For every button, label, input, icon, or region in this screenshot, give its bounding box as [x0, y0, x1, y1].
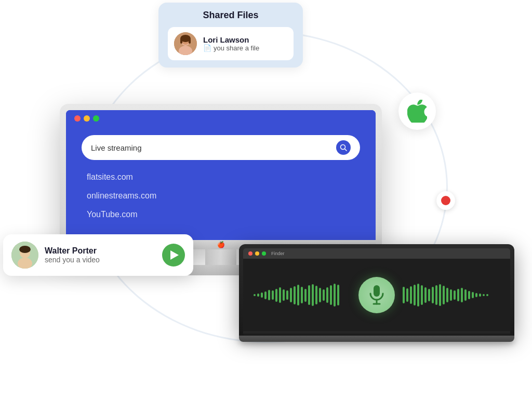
- lori-avatar: [174, 32, 197, 55]
- waveform-bar: [428, 289, 430, 301]
- window-dot-yellow[interactable]: [84, 115, 90, 122]
- search-query-text: Live streaming: [91, 143, 142, 152]
- waveform-bar: [319, 288, 321, 302]
- waveform-bar: [264, 291, 267, 299]
- svg-point-12: [19, 246, 31, 253]
- waveform-bar: [315, 286, 317, 304]
- macbook-laptop: Finder: [239, 244, 514, 342]
- mic-circle: [358, 277, 395, 313]
- waveform-bar: [464, 289, 467, 301]
- svg-rect-5: [180, 38, 182, 44]
- waveform-bar: [443, 286, 445, 304]
- browser-titlebar: [66, 110, 376, 125]
- record-dot-icon: [441, 196, 450, 205]
- waveform-bar: [414, 285, 416, 305]
- mic-icon: [368, 285, 385, 305]
- imac-apple-logo: 🍎: [217, 241, 225, 248]
- window-dot-red[interactable]: [74, 115, 81, 122]
- walter-info: Walter Porter send you a video: [45, 246, 156, 264]
- browser-content: Live streaming flatsites.com onlinestrea…: [66, 125, 376, 240]
- waveform-bar: [475, 293, 477, 297]
- waveform-bar: [326, 287, 328, 303]
- walter-name: Walter Porter: [45, 246, 156, 256]
- waveform-right: [403, 284, 500, 307]
- svg-line-8: [345, 149, 347, 151]
- waveform-bar: [461, 288, 463, 302]
- macbook-dot-green[interactable]: [262, 251, 266, 256]
- waveform-bar: [257, 294, 259, 297]
- waveform-bar: [275, 289, 277, 302]
- walter-avatar-image: [11, 242, 38, 269]
- macbook-screen-bottom: [243, 331, 510, 336]
- walter-action: send you a video: [45, 256, 156, 264]
- waveform-bar: [486, 294, 488, 296]
- waveform-bar: [323, 289, 325, 301]
- waveform-bar: [446, 288, 448, 302]
- window-dot-green[interactable]: [93, 115, 99, 122]
- macbook-titlebar: Finder: [243, 248, 510, 259]
- shared-files-card: Shared Files Lori Lawson 📄: [158, 3, 303, 68]
- waveform-bar: [472, 292, 474, 298]
- waveform-bar: [268, 290, 270, 300]
- waveform-bar: [297, 285, 299, 305]
- waveform-bar: [450, 289, 452, 301]
- search-bar[interactable]: Live streaming: [82, 135, 360, 160]
- avatar-image: [174, 32, 197, 55]
- record-badge: [436, 191, 455, 210]
- waveform-bar: [337, 285, 339, 305]
- waveform-bar: [272, 290, 274, 300]
- imac-screen-inner: Live streaming flatsites.com onlinestrea…: [66, 110, 376, 240]
- macbook-dot-red[interactable]: [248, 251, 252, 256]
- apple-badge: [398, 92, 436, 130]
- search-result-1[interactable]: flatsites.com: [87, 172, 360, 182]
- svg-point-11: [18, 258, 32, 269]
- shared-files-user-row: Lori Lawson 📄 you share a file: [168, 27, 294, 60]
- search-result-2[interactable]: onlinestreams.com: [87, 191, 360, 201]
- waveform-bar: [424, 287, 427, 303]
- waveform-bar: [468, 291, 470, 299]
- waveform-bar: [334, 284, 336, 307]
- imac-screen-outer: Live streaming flatsites.com onlinestrea…: [60, 104, 382, 249]
- waveform-bar: [254, 294, 256, 296]
- walter-avatar: [11, 242, 38, 269]
- svg-rect-6: [189, 38, 191, 44]
- imac-stand-neck: [205, 249, 236, 265]
- waveform-bar: [312, 284, 314, 306]
- waveform-bar: [454, 290, 456, 300]
- waveform-bar: [410, 286, 412, 304]
- waveform-left: [254, 284, 351, 307]
- waveform-bar: [479, 294, 481, 297]
- waveform-bar: [406, 288, 408, 302]
- waveform-bar: [457, 289, 459, 301]
- waveform-bar: [403, 287, 405, 303]
- waveform-bar: [330, 285, 332, 305]
- waveform-bar: [286, 290, 288, 300]
- search-results-list: flatsites.com onlinestreams.com YouTube.…: [82, 172, 360, 219]
- waveform-bar: [304, 289, 307, 302]
- search-result-3[interactable]: YouTube.com: [87, 210, 360, 219]
- waveform-bar: [301, 287, 303, 303]
- lori-info: Lori Lawson 📄 you share a file: [203, 35, 259, 52]
- waveform-bar: [439, 284, 441, 306]
- play-icon: [170, 250, 179, 260]
- waveform-bar: [294, 286, 296, 304]
- lori-name: Lori Lawson: [203, 35, 259, 44]
- waveform-bar: [290, 288, 292, 302]
- walter-porter-card: Walter Porter send you a video: [3, 234, 193, 276]
- macbook-dot-yellow[interactable]: [255, 251, 259, 256]
- apple-svg-icon: [407, 100, 427, 123]
- waveform-bar: [308, 285, 310, 305]
- macbook-screen-content: [243, 259, 510, 331]
- waveform-bar: [483, 294, 485, 296]
- search-icon[interactable]: [336, 140, 351, 155]
- svg-rect-13: [374, 285, 380, 297]
- waveform-bar: [279, 287, 281, 303]
- play-button[interactable]: [162, 244, 185, 267]
- waveform-bar: [421, 285, 423, 305]
- macbook-titlebar-label: Finder: [271, 251, 285, 256]
- macbook-screen-outer: Finder: [239, 244, 514, 336]
- waveform-bar: [432, 287, 434, 303]
- shared-files-title: Shared Files: [168, 10, 294, 21]
- lori-action: 📄 you share a file: [203, 44, 259, 52]
- macbook-base: [239, 336, 514, 342]
